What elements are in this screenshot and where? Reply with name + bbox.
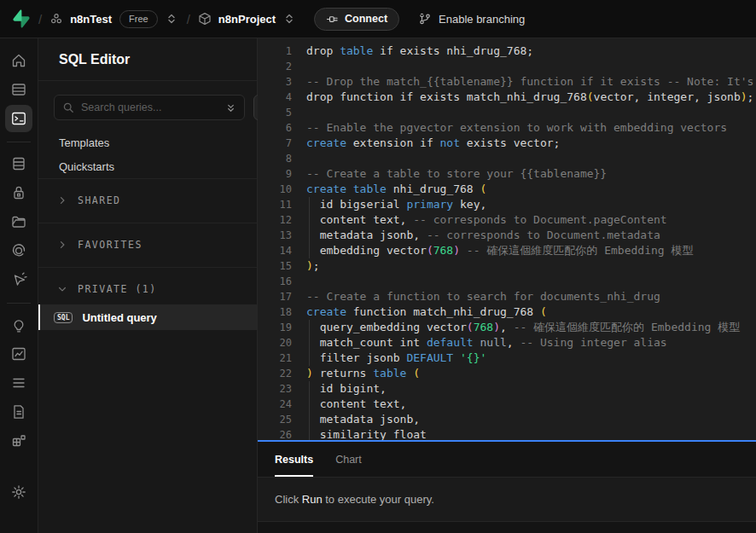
search-queries-box[interactable] [54, 95, 245, 120]
storage-folder-icon [10, 213, 27, 230]
line-number: 2 [258, 59, 292, 74]
section-label: SHARED [78, 194, 121, 206]
line-number: 15 [258, 258, 292, 274]
integrations-blocks-icon [10, 432, 27, 449]
line-number: 17 [258, 289, 292, 304]
connect-button[interactable]: Connect [314, 8, 399, 31]
lightbulb-icon [10, 316, 27, 333]
line-number: 24 [258, 397, 292, 412]
organization-icon [49, 12, 63, 26]
code-line[interactable]: 20 match_count int default null, -- Usin… [258, 335, 756, 351]
code-line[interactable]: 1drop table if exists nhi_drug_768; [258, 43, 756, 59]
line-number: 9 [258, 166, 292, 182]
cursor-arrow-icon [10, 271, 27, 288]
code-line[interactable]: 16 [258, 274, 756, 289]
rail-button-storage[interactable] [5, 208, 32, 235]
line-number: 18 [258, 304, 292, 320]
sql-code-editor[interactable]: 1drop table if exists nhi_drug_768;23-- … [258, 38, 756, 440]
code-line[interactable]: 24 content text, [258, 397, 756, 412]
results-tabbar: Results Chart [258, 442, 756, 478]
code-line[interactable]: 19 query_embedding vector(768), -- 確保這個維… [258, 320, 756, 335]
page-title: SQL Editor [59, 52, 130, 67]
sidebar-item-templates[interactable]: Templates [38, 130, 257, 154]
line-number: 1 [258, 43, 292, 59]
code-line[interactable]: 12 content text, -- corresponds to Docum… [258, 212, 756, 228]
line-number: 8 [258, 151, 292, 166]
code-line[interactable]: 6-- Enable the pgvector extension to wor… [258, 120, 756, 136]
line-number: 5 [258, 105, 292, 120]
code-line[interactable]: 10create table nhi_drug_768 ( [258, 182, 756, 197]
rail-button-integrations[interactable] [5, 427, 32, 455]
home-icon [10, 52, 27, 69]
org-selector-chevrons-icon[interactable] [164, 11, 179, 26]
message-run-word: Run [302, 493, 323, 506]
section-header-favorites[interactable]: FAVORITES [38, 234, 257, 256]
chevron-right-icon [57, 195, 67, 206]
code-line[interactable]: 9-- Create a table to store your {{table… [258, 166, 756, 182]
section-header-private[interactable]: PRIVATE (1) [38, 278, 257, 300]
orbit-icon [10, 242, 27, 259]
git-branch-icon [418, 12, 432, 26]
code-line[interactable]: 13 metadata jsonb, -- corresponds to Doc… [258, 228, 756, 243]
line-number: 13 [258, 228, 292, 243]
rail-divider [7, 303, 31, 304]
org-name[interactable]: n8nTest [70, 13, 112, 26]
query-list-item-selected[interactable]: SQL Untitled query [38, 304, 257, 330]
code-line[interactable]: 14 embedding vector(768) -- 確保這個維度匹配你的 E… [258, 243, 756, 258]
code-line[interactable]: 22) returns table ( [258, 366, 756, 381]
code-line[interactable]: 7create extension if not exists vector; [258, 136, 756, 151]
rail-button-suggestions[interactable] [5, 311, 32, 339]
code-line[interactable]: 3-- Drop the match_{{tablename}} functio… [258, 74, 756, 90]
settings-gear-icon [10, 484, 27, 501]
code-line[interactable]: 17-- Create a function to search for doc… [258, 289, 756, 304]
rail-button-auth[interactable] [5, 179, 32, 206]
sidebar-item-quickstarts[interactable]: Quickstarts [38, 154, 257, 178]
project-selector-chevrons-icon[interactable] [282, 11, 297, 26]
chevrons-down-icon[interactable] [225, 102, 236, 113]
sidebar-header: SQL Editor [38, 38, 257, 81]
code-line[interactable]: 25 metadata jsonb, [258, 412, 756, 427]
search-queries-input[interactable] [79, 101, 220, 114]
line-number: 22 [258, 366, 292, 381]
code-lines: 1drop table if exists nhi_drug_768;23-- … [258, 38, 756, 440]
rail-button-table-editor[interactable] [5, 76, 32, 103]
supabase-logo[interactable] [12, 9, 31, 28]
rail-button-api-docs[interactable] [5, 398, 32, 426]
code-line[interactable]: 5 [258, 105, 756, 120]
sql-file-badge: SQL [54, 312, 73, 323]
line-number: 4 [258, 90, 292, 105]
database-icon [10, 155, 27, 172]
code-line[interactable]: 8 [258, 151, 756, 166]
search-icon [62, 101, 74, 113]
line-number: 23 [258, 381, 292, 397]
cube-icon [198, 12, 212, 26]
code-line[interactable]: 11 id bigserial primary key, [258, 197, 756, 212]
code-line[interactable]: 4drop function if exists match_nhi_drug_… [258, 90, 756, 105]
rail-button-logs[interactable] [5, 369, 32, 397]
code-line[interactable]: 23 id bigint, [258, 381, 756, 397]
rail-button-sql-editor[interactable] [5, 105, 32, 132]
code-line[interactable]: 15); [258, 258, 756, 274]
code-line[interactable]: 2 [258, 59, 756, 74]
breadcrumb-separator: / [38, 12, 42, 26]
rail-button-home[interactable] [5, 47, 32, 74]
code-line[interactable]: 26 similarity float [258, 427, 756, 440]
tab-chart[interactable]: Chart [335, 442, 362, 477]
rail-button-settings[interactable] [5, 478, 32, 506]
code-line[interactable]: 21 filter jsonb DEFAULT '{}' [258, 351, 756, 366]
project-name[interactable]: n8nProject [218, 13, 276, 26]
line-number: 19 [258, 320, 292, 335]
section-shared: SHARED [38, 178, 257, 223]
section-favorites: FAVORITES [38, 223, 257, 267]
code-line[interactable]: 18create function match_nhi_drug_768 ( [258, 304, 756, 320]
plan-badge: Free [119, 10, 158, 28]
rail-button-reports[interactable] [5, 340, 32, 368]
rail-button-advisors[interactable] [5, 266, 32, 293]
sql-editor-icon [10, 110, 27, 127]
tab-results[interactable]: Results [275, 442, 313, 477]
enable-branching-button[interactable]: Enable branching [418, 12, 525, 26]
line-number: 7 [258, 136, 292, 151]
rail-button-realtime[interactable] [5, 237, 32, 264]
rail-button-database[interactable] [5, 150, 32, 177]
section-header-shared[interactable]: SHARED [38, 189, 257, 211]
